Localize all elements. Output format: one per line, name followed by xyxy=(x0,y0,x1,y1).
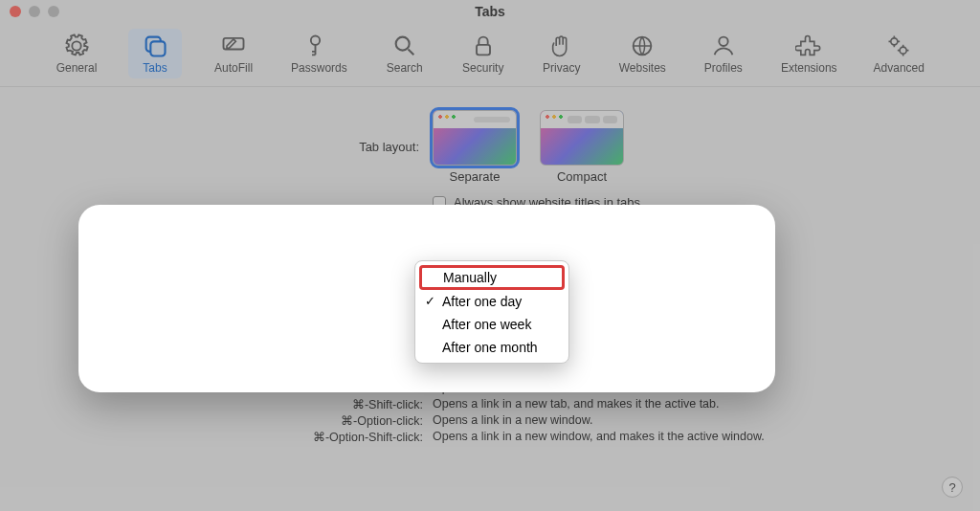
shortcut-key: ⌘-Shift-click: xyxy=(11,397,433,411)
gears-icon xyxy=(885,33,912,59)
toolbar-websites[interactable]: Websites xyxy=(613,29,672,78)
shortcut-key: ⌘-Option-click: xyxy=(11,413,433,428)
svg-point-9 xyxy=(900,47,906,54)
help-button[interactable]: ? xyxy=(942,477,963,498)
toolbar-label: Websites xyxy=(619,61,666,75)
tabs-icon xyxy=(142,33,168,59)
search-icon xyxy=(391,33,418,59)
svg-rect-5 xyxy=(477,45,490,56)
shortcut-desc: Opens a link in a new tab, and makes it … xyxy=(433,397,969,411)
toolbar-search[interactable]: Search xyxy=(378,29,432,78)
toolbar-label: Security xyxy=(462,61,503,75)
titlebar: Tabs xyxy=(0,0,980,23)
toolbar-label: Profiles xyxy=(704,61,743,75)
puzzle-icon xyxy=(795,33,822,59)
tab-layout-label: Tab layout: xyxy=(11,140,433,154)
menu-item-one-week[interactable]: After one week xyxy=(419,313,565,336)
menu-item-manually[interactable]: Manually xyxy=(419,265,565,290)
hand-icon xyxy=(548,33,575,59)
toolbar-autofill[interactable]: AutoFill xyxy=(207,29,260,78)
toolbar-general[interactable]: General xyxy=(50,29,103,78)
menu-item-one-day[interactable]: After one day xyxy=(419,290,565,313)
toolbar-label: Tabs xyxy=(143,61,167,75)
globe-icon xyxy=(629,33,656,59)
layout-separate-label: Separate xyxy=(450,169,501,184)
toolbar-profiles[interactable]: Profiles xyxy=(697,29,750,78)
layout-compact[interactable]: Compact xyxy=(540,110,624,184)
svg-point-7 xyxy=(719,37,727,46)
person-icon xyxy=(710,33,737,59)
svg-rect-1 xyxy=(150,41,165,56)
key-icon xyxy=(305,33,332,59)
toolbar-privacy[interactable]: Privacy xyxy=(535,29,589,78)
toolbar-label: Passwords xyxy=(291,61,347,75)
svg-point-8 xyxy=(891,38,898,45)
shortcut-key: ⌘-Option-Shift-click: xyxy=(11,430,433,444)
pencil-box-icon xyxy=(220,33,247,59)
toolbar-label: Privacy xyxy=(543,61,580,75)
toolbar-label: Search xyxy=(387,61,423,75)
preferences-toolbar: General Tabs AutoFill Passwords Search S… xyxy=(0,23,980,87)
toolbar-passwords[interactable]: Passwords xyxy=(285,29,353,78)
svg-point-4 xyxy=(395,37,409,51)
toolbar-tabs[interactable]: Tabs xyxy=(128,29,182,78)
svg-point-3 xyxy=(311,36,320,45)
menu-item-one-month[interactable]: After one month xyxy=(419,336,565,359)
shortcut-desc: Opens a link in a new window, and makes … xyxy=(433,430,969,444)
auto-close-menu[interactable]: Manually After one day After one week Af… xyxy=(414,260,569,364)
toolbar-extensions[interactable]: Extensions xyxy=(775,29,843,78)
layout-separate[interactable]: Separate xyxy=(433,110,517,184)
toolbar-advanced[interactable]: Advanced xyxy=(868,29,930,78)
toolbar-label: General xyxy=(56,61,98,75)
toolbar-label: AutoFill xyxy=(214,61,253,75)
gear-icon xyxy=(63,33,90,59)
toolbar-label: Advanced xyxy=(874,61,924,75)
lock-icon xyxy=(470,33,497,59)
toolbar-security[interactable]: Security xyxy=(457,29,510,78)
toolbar-label: Extensions xyxy=(781,61,837,75)
shortcut-desc: Opens a link in a new window. xyxy=(433,413,969,428)
layout-compact-label: Compact xyxy=(557,169,607,184)
window-title: Tabs xyxy=(0,4,980,19)
